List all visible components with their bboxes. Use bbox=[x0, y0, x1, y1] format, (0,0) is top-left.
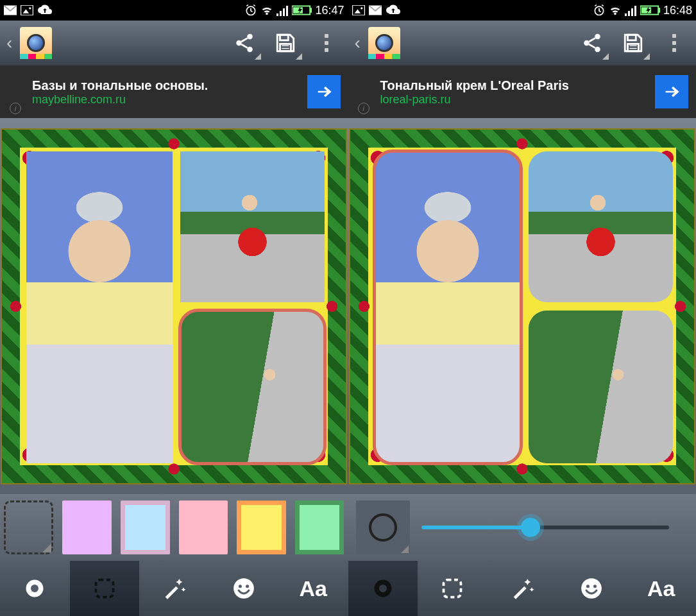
bottom-tabs: Aa bbox=[348, 561, 697, 616]
save-button[interactable] bbox=[267, 25, 303, 61]
ad-domain: maybelline.com.ru bbox=[32, 93, 307, 107]
screen-left: 16:47 ‹ i Базы и т bbox=[0, 0, 348, 616]
svg-marker-2 bbox=[23, 9, 30, 13]
svg-rect-10 bbox=[310, 8, 312, 13]
image-icon bbox=[21, 5, 33, 15]
radius-slider[interactable] bbox=[421, 526, 670, 529]
ad-info-icon[interactable]: i bbox=[10, 103, 21, 114]
app-bar: ‹ bbox=[0, 21, 348, 65]
app-logo-icon[interactable] bbox=[368, 27, 400, 59]
gmail-icon bbox=[369, 5, 382, 15]
collage-frame bbox=[1, 128, 347, 484]
collage-slot-1[interactable] bbox=[375, 151, 521, 463]
svg-rect-31 bbox=[625, 13, 627, 16]
image-icon bbox=[352, 5, 365, 15]
collage-canvas[interactable] bbox=[0, 118, 348, 494]
tab-shape[interactable] bbox=[348, 561, 418, 616]
svg-point-51 bbox=[593, 585, 597, 588]
frame-option-purple[interactable] bbox=[62, 501, 112, 554]
ad-arrow-button[interactable] bbox=[307, 75, 341, 108]
status-bar: 16:47 bbox=[0, 0, 348, 21]
svg-rect-42 bbox=[628, 35, 636, 40]
svg-rect-16 bbox=[280, 35, 288, 40]
ad-title: Базы и тональные основы. bbox=[32, 78, 307, 93]
svg-rect-1 bbox=[21, 5, 33, 15]
collage-slot-3[interactable] bbox=[180, 311, 325, 463]
roundness-toggle[interactable] bbox=[356, 501, 410, 554]
svg-rect-17 bbox=[280, 44, 291, 51]
signal-icon bbox=[625, 4, 638, 16]
svg-rect-48 bbox=[444, 580, 461, 597]
cloud-upload-icon bbox=[37, 4, 53, 16]
svg-point-3 bbox=[29, 7, 31, 9]
overflow-menu-button[interactable] bbox=[656, 25, 692, 61]
svg-rect-36 bbox=[658, 8, 660, 13]
overflow-menu-button[interactable] bbox=[309, 25, 344, 61]
frame-option-none[interactable] bbox=[4, 501, 53, 554]
bottom-tabs: Aa bbox=[0, 561, 348, 616]
status-time: 16:47 bbox=[315, 4, 344, 17]
share-button[interactable] bbox=[226, 25, 262, 61]
svg-rect-22 bbox=[96, 580, 113, 597]
collage-frame bbox=[349, 128, 695, 484]
save-button[interactable] bbox=[615, 25, 651, 61]
collage-slot-2[interactable] bbox=[529, 151, 673, 302]
svg-rect-6 bbox=[280, 11, 282, 16]
back-button[interactable]: ‹ bbox=[352, 33, 363, 53]
svg-point-49 bbox=[581, 578, 602, 599]
collage-slot-1[interactable] bbox=[26, 151, 173, 463]
tab-text[interactable]: Aa bbox=[278, 561, 348, 616]
svg-point-50 bbox=[586, 585, 590, 588]
collage-slot-2[interactable] bbox=[180, 151, 325, 302]
svg-point-28 bbox=[361, 7, 362, 9]
svg-rect-5 bbox=[276, 13, 278, 16]
collage-slot-3[interactable] bbox=[529, 311, 673, 463]
tab-text[interactable]: Aa bbox=[627, 561, 697, 616]
tab-frame[interactable] bbox=[418, 561, 488, 616]
svg-rect-32 bbox=[628, 11, 630, 16]
cloud-upload-icon bbox=[386, 4, 401, 16]
svg-point-25 bbox=[246, 585, 249, 588]
corner-radius-control bbox=[348, 494, 697, 561]
collage-canvas[interactable] bbox=[348, 118, 697, 494]
app-bar: ‹ bbox=[348, 21, 697, 65]
svg-point-24 bbox=[239, 585, 242, 588]
frame-options-strip[interactable] bbox=[0, 494, 348, 561]
frame-option-yellow[interactable] bbox=[237, 501, 286, 554]
frame-option-blue[interactable] bbox=[121, 501, 170, 554]
app-logo-icon[interactable] bbox=[20, 27, 52, 59]
status-time: 16:48 bbox=[663, 4, 692, 17]
back-button[interactable]: ‹ bbox=[4, 33, 15, 53]
svg-rect-33 bbox=[631, 8, 633, 16]
ad-info-icon[interactable]: i bbox=[358, 103, 369, 114]
tab-effects[interactable] bbox=[139, 561, 209, 616]
ad-title: Тональный крем L'Oreal Paris bbox=[380, 78, 656, 93]
ad-arrow-button[interactable] bbox=[655, 75, 688, 108]
svg-marker-27 bbox=[354, 9, 361, 13]
tab-effects[interactable] bbox=[488, 561, 557, 616]
alarm-icon bbox=[244, 4, 257, 17]
svg-point-21 bbox=[31, 585, 38, 592]
alarm-icon bbox=[593, 4, 606, 17]
wifi-icon bbox=[608, 4, 622, 16]
share-button[interactable] bbox=[574, 25, 610, 61]
tab-stickers[interactable] bbox=[557, 561, 627, 616]
ad-banner[interactable]: i Базы и тональные основы. maybelline.co… bbox=[0, 65, 348, 118]
tab-shape[interactable] bbox=[0, 561, 70, 616]
svg-rect-43 bbox=[628, 44, 639, 51]
signal-icon bbox=[276, 4, 289, 16]
tab-frame[interactable] bbox=[70, 561, 140, 616]
svg-rect-26 bbox=[352, 5, 364, 15]
tab-stickers[interactable] bbox=[209, 561, 279, 616]
gmail-icon bbox=[4, 5, 17, 15]
ad-domain: loreal-paris.ru bbox=[380, 93, 656, 107]
svg-point-39 bbox=[595, 34, 600, 40]
svg-rect-37 bbox=[641, 7, 651, 13]
svg-rect-34 bbox=[634, 6, 636, 16]
status-bar: 16:48 bbox=[348, 0, 697, 21]
frame-option-green[interactable] bbox=[295, 501, 344, 554]
svg-point-15 bbox=[247, 47, 253, 53]
frame-option-pink[interactable] bbox=[179, 501, 228, 554]
ad-banner[interactable]: i Тональный крем L'Oreal Paris loreal-pa… bbox=[348, 65, 697, 118]
svg-rect-8 bbox=[286, 6, 288, 16]
